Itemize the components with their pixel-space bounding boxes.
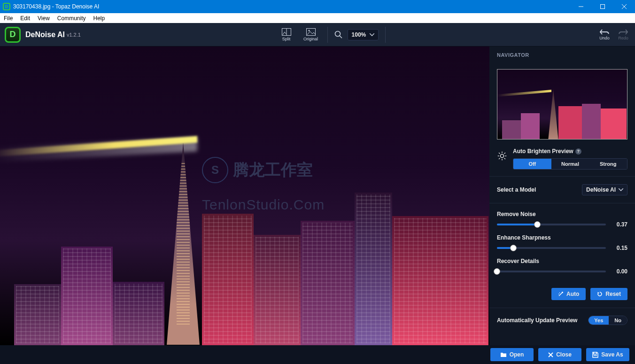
svg-point-7 [308,30,310,31]
toolbar: D DeNoise AI v1.2.1 Split Original 100% … [0,23,635,46]
menu-help[interactable]: Help [90,13,109,23]
close-icon [548,352,553,357]
chevron-down-icon [370,33,374,36]
brighten-normal[interactable]: Normal [551,159,589,169]
svg-line-17 [499,158,500,159]
reset-icon [597,291,603,297]
original-view-button[interactable]: Original [301,28,321,41]
close-window-button[interactable] [613,0,635,13]
undo-button[interactable]: Undo [599,29,610,40]
chevron-down-icon [619,188,623,191]
split-view-button[interactable]: Split [277,28,296,41]
enhance-sharpness-value: 0.15 [612,245,627,251]
menu-community[interactable]: Community [54,13,90,23]
remove-noise-slider[interactable] [497,224,606,225]
brighten-strong[interactable]: Strong [589,159,627,169]
svg-point-10 [500,154,503,157]
open-button[interactable]: Open [490,348,534,361]
zoom-icon[interactable] [334,31,343,39]
menubar: File Edit View Community Help [0,13,635,23]
watermark: S腾龙工作室 [202,157,313,183]
navigator-thumbnail[interactable] [497,69,627,139]
reset-button[interactable]: Reset [590,288,627,300]
svg-point-8 [335,31,340,36]
brand-version: v1.2.1 [67,32,81,38]
svg-line-16 [504,158,505,159]
remove-noise-label: Remove Noise [497,211,627,217]
brand-name: DeNoise AI [25,31,65,39]
folder-icon [500,352,507,357]
undo-icon [599,29,610,35]
svg-rect-1 [601,5,605,9]
svg-rect-6 [306,28,315,35]
help-icon[interactable]: ? [575,148,581,155]
recover-details-label: Recover Details [497,258,627,264]
auto-update-no[interactable]: No [609,316,627,325]
save-as-button[interactable]: Save As [586,348,629,361]
svg-line-15 [499,153,500,154]
close-button[interactable]: Close [538,348,581,361]
auto-update-toggle: Yes No [588,316,627,325]
split-icon [282,28,291,36]
auto-update-label: Automatically Update Preview [497,317,577,324]
redo-icon [618,29,628,35]
model-select[interactable]: DeNoise AI [582,184,627,195]
auto-brighten-label: Auto Brighten Preview? [513,148,627,155]
menu-edit[interactable]: Edit [16,13,34,23]
watermark-url: TenlonStudio.Com [202,197,325,213]
original-icon [306,28,316,36]
enhance-sharpness-slider[interactable] [497,247,606,249]
maximize-button[interactable] [592,0,613,13]
menu-file[interactable]: File [0,13,16,23]
auto-brighten-segment: Off Normal Strong [513,158,627,170]
recover-details-slider[interactable] [497,271,606,272]
footer: Open Close Save As [0,345,635,364]
window-title: 303170438.jpg - Topaz Denoise AI [13,3,570,10]
remove-noise-value: 0.37 [612,221,627,228]
zoom-select[interactable]: 100% [348,29,379,40]
brighten-off[interactable]: Off [513,159,551,169]
navigator-header: NAVIGATOR [497,52,627,58]
wand-icon [558,291,564,297]
menu-view[interactable]: View [34,13,54,23]
brand-logo-icon: D [5,27,21,43]
enhance-sharpness-label: Enhance Sharpness [497,234,627,241]
auto-button[interactable]: Auto [551,288,586,300]
brightness-icon [497,151,507,161]
settings-panel: NAVIGATOR Auto Brighten Preview? Off Nor… [489,46,635,345]
minimize-button[interactable] [570,0,592,13]
titlebar: D 303170438.jpg - Topaz Denoise AI [0,0,635,13]
select-model-label: Select a Model [497,186,536,193]
svg-line-18 [504,153,505,154]
redo-button[interactable]: Redo [618,29,628,40]
save-icon [592,352,598,358]
recover-details-value: 0.00 [612,268,627,275]
svg-line-9 [340,36,342,38]
image-canvas[interactable]: S腾龙工作室 TenlonStudio.Com [0,46,489,345]
app-icon: D [3,3,10,10]
auto-update-yes[interactable]: Yes [589,316,609,325]
